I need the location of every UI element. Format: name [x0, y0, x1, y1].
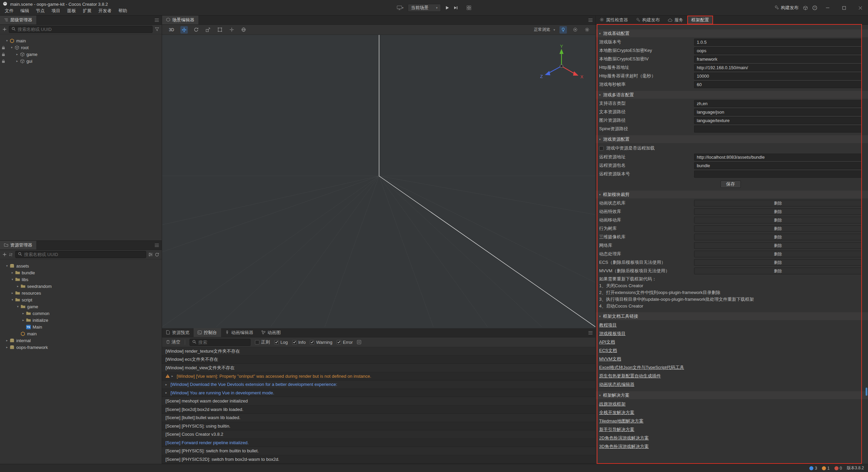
light-bulb-icon[interactable] — [559, 26, 567, 34]
fps-input[interactable] — [694, 81, 862, 88]
build-publish-button[interactable]: 构建发布 — [774, 5, 798, 11]
package-icon[interactable] — [803, 6, 808, 10]
crypto-iv-input[interactable] — [694, 56, 862, 63]
doc-link[interactable]: 游戏模板项目 — [599, 329, 626, 338]
asset-node-libs[interactable]: ▾ libs — [0, 276, 162, 283]
expand-arrow-icon[interactable]: ▸ — [165, 383, 171, 386]
filter-warning-checkbox[interactable]: Warning — [310, 340, 332, 345]
delete-module-button[interactable]: 删除 — [694, 200, 862, 206]
add-node-button[interactable] — [3, 27, 6, 31]
view-mode-select[interactable]: 正常浏览 ▾ — [534, 27, 555, 33]
menu-project[interactable]: 项目 — [48, 7, 64, 15]
hierarchy-node-main[interactable]: ▾ main — [0, 37, 162, 44]
asset-node-initialize[interactable]: ▸ initialize — [0, 317, 162, 323]
scene-select[interactable]: 当前场景 ▾ — [408, 4, 441, 12]
log-row[interactable]: [Window] render_texture文件夹不存在 — [162, 347, 595, 356]
lock-icon[interactable] — [2, 45, 5, 51]
chevron-right-icon[interactable]: ▸ — [5, 346, 9, 349]
log-row[interactable]: [Scene] meshopt wasm decoder initialized — [162, 397, 595, 406]
log-row-info[interactable]: ▸[Window] You are running Vue in develop… — [162, 389, 595, 397]
save-button[interactable]: 保存 — [721, 180, 741, 188]
languages-input[interactable] — [694, 100, 862, 107]
asset-node-assets[interactable]: ▾ assets — [0, 262, 162, 269]
menu-panel[interactable]: 面板 — [64, 7, 79, 15]
panel-menu-icon[interactable] — [585, 328, 595, 337]
solution-link[interactable]: 战旗游戏框架 — [599, 400, 626, 408]
menu-developer[interactable]: 开发者 — [95, 7, 115, 15]
chevron-down-icon[interactable]: ▾ — [10, 278, 15, 281]
assets-tab[interactable]: 资源管理器 — [0, 241, 36, 250]
refresh-icon[interactable] — [155, 253, 159, 257]
lock-icon[interactable] — [2, 52, 5, 57]
maximize-button[interactable] — [838, 0, 850, 16]
log-row-info[interactable]: ▸[Window] Download the Vue Devtools exte… — [162, 380, 595, 389]
filter-info-checkbox[interactable]: Info — [292, 340, 306, 345]
step-button[interactable] — [454, 5, 458, 10]
scene-settings-gear-icon[interactable] — [583, 26, 591, 34]
hierarchy-node-root[interactable]: ▾ root — [0, 44, 162, 51]
lock-icon[interactable] — [2, 59, 5, 64]
solution-link[interactable]: 2D角色扮演游戏解决方案 — [599, 434, 649, 442]
rotate-tool-icon[interactable] — [192, 26, 200, 34]
collapse-logs-icon[interactable] — [357, 340, 361, 344]
tab-build[interactable]: 构建发布 — [632, 16, 664, 24]
asset-node-common[interactable]: ▸ common — [0, 310, 162, 317]
hierarchy-search-input[interactable] — [18, 27, 150, 32]
pivot-tool-icon[interactable] — [228, 26, 235, 34]
inspector-scrollbar[interactable] — [865, 25, 868, 464]
sort-icon[interactable] — [9, 253, 13, 257]
log-row[interactable]: [Window] ecs文件夹不存在 — [162, 356, 595, 364]
hierarchy-node-gui[interactable]: ▸ gui — [0, 58, 162, 64]
chevron-down-icon[interactable]: ▾ — [10, 298, 15, 301]
layout-grid-icon[interactable] — [467, 5, 471, 10]
tab-framework-config[interactable]: 框架配置 — [687, 16, 713, 24]
chevron-right-icon[interactable]: ▸ — [10, 291, 15, 295]
expand-arrow-icon[interactable]: ▸ — [165, 391, 171, 394]
filter-sliders-icon[interactable] — [149, 253, 153, 256]
menu-help[interactable]: 帮助 — [115, 7, 131, 15]
scrollbar-thumb[interactable] — [866, 388, 867, 396]
hierarchy-tab[interactable]: 层级管理器 — [0, 16, 36, 24]
chevron-down-icon[interactable]: ▾ — [16, 305, 20, 308]
filter-error-checkbox[interactable]: Error — [337, 340, 353, 345]
filter-log-checkbox[interactable]: Log — [274, 340, 288, 345]
scale-tool-icon[interactable] — [204, 26, 212, 34]
tab-animation-editor[interactable]: 动画编辑器 — [221, 328, 257, 337]
asset-node-Main[interactable]: TS Main — [0, 323, 162, 330]
delete-module-button[interactable]: 删除 — [694, 242, 862, 249]
doc-link[interactable]: 原生包热更新配置自动生成插件 — [599, 372, 661, 380]
delete-module-button[interactable]: 删除 — [694, 208, 862, 215]
solution-link[interactable]: 全栈开发解决方案 — [599, 408, 634, 417]
solution-link[interactable]: 新手引导解决方案 — [599, 425, 634, 434]
filter-icon[interactable] — [155, 27, 159, 31]
doc-link[interactable]: 动画状态机编辑器 — [599, 380, 634, 389]
log-row-warning[interactable]: ▸ [Window] [Vue warn]: Property "onInput… — [162, 372, 595, 381]
section-resource-config[interactable]: ▾游戏资源配置 — [596, 135, 868, 143]
chevron-down-icon[interactable]: ▾ — [5, 264, 9, 268]
tab-inspector[interactable]: 属性检查器 — [596, 16, 632, 24]
doc-link[interactable]: MVVM文档 — [599, 355, 621, 363]
chevron-right-icon[interactable]: ▸ — [21, 312, 25, 315]
http-timeout-input[interactable] — [694, 73, 862, 80]
asset-node-game[interactable]: ▾ game — [0, 303, 162, 310]
tab-animation-graph[interactable]: 动画图 — [257, 328, 285, 337]
chevron-right-icon[interactable]: ▸ — [15, 53, 19, 56]
delete-module-button[interactable]: 删除 — [694, 259, 862, 266]
log-row[interactable]: [Scene] [bullet]:bullet wasm lib loaded. — [162, 414, 595, 422]
log-count-badge[interactable]: 3 — [809, 466, 817, 471]
asset-node-bundle[interactable]: ▸ bundle — [0, 269, 162, 276]
menu-node[interactable]: 节点 — [33, 7, 48, 15]
asset-node-seedrandom[interactable]: ▸ seedrandom — [0, 283, 162, 290]
assets-search-input[interactable] — [24, 252, 143, 257]
doc-link[interactable]: API文档 — [599, 338, 615, 346]
log-row-info[interactable]: [Scene] Forward render pipeline initiali… — [162, 439, 595, 447]
log-row[interactable]: [Window] model_view文件夹不存在 — [162, 364, 595, 372]
remote-load-checkbox[interactable] — [599, 146, 604, 151]
section-basic-config[interactable]: ▾游戏基础配置 — [596, 29, 868, 37]
log-row[interactable]: [Scene] Cocos Creator v3.8.2 — [162, 430, 595, 439]
menu-extension[interactable]: 扩展 — [79, 7, 95, 15]
play-button[interactable] — [445, 5, 450, 10]
delete-module-button[interactable]: 删除 — [694, 225, 862, 232]
panel-menu-icon[interactable] — [585, 16, 595, 24]
axis-gizmo[interactable]: Y X Z — [538, 44, 585, 85]
